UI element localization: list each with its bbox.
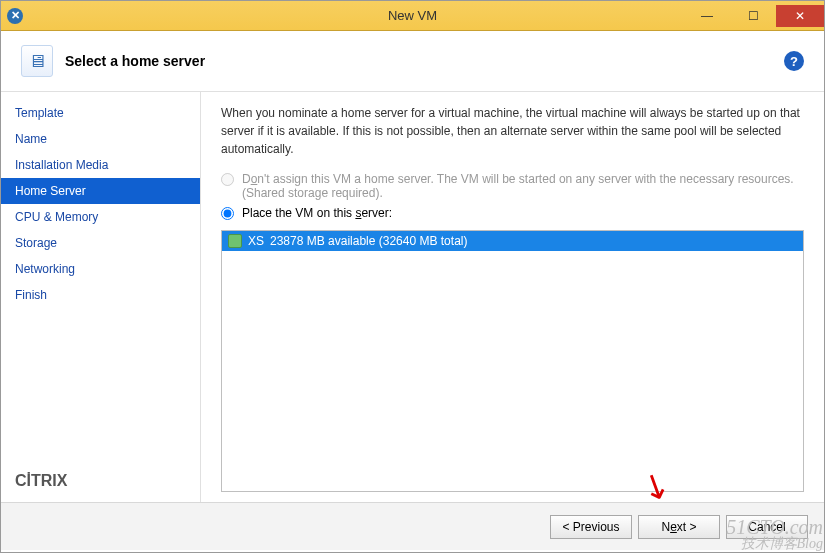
citrix-logo: CİTRIX <box>1 472 200 502</box>
minimize-button[interactable]: — <box>684 5 730 27</box>
option-no-home-server-label: Don't assign this VM a home server. The … <box>242 172 804 200</box>
step-installation-media[interactable]: Installation Media <box>1 152 200 178</box>
close-button[interactable]: ✕ <box>776 5 824 27</box>
cancel-button[interactable]: Cancel <box>726 515 808 539</box>
window-controls: — ☐ ✕ <box>684 5 824 27</box>
host-icon <box>228 234 242 248</box>
wizard-steps-sidebar: Template Name Installation Media Home Se… <box>1 92 201 502</box>
wizard-header: 🖥 Select a home server ? <box>1 31 824 92</box>
description-text: When you nominate a home server for a vi… <box>221 104 804 158</box>
server-listbox[interactable]: XS 23878 MB available (32640 MB total) <box>221 230 804 492</box>
option-place-on-server[interactable]: Place the VM on this server: <box>221 206 804 220</box>
step-finish[interactable]: Finish <box>1 282 200 308</box>
step-networking[interactable]: Networking <box>1 256 200 282</box>
system-menu-icon[interactable]: ✕ <box>7 8 23 24</box>
titlebar: ✕ New VM — ☐ ✕ <box>1 1 824 31</box>
server-detail: 23878 MB available (32640 MB total) <box>270 234 467 248</box>
step-storage[interactable]: Storage <box>1 230 200 256</box>
help-icon[interactable]: ? <box>784 51 804 71</box>
step-cpu-memory[interactable]: CPU & Memory <box>1 204 200 230</box>
page-title: Select a home server <box>65 53 205 69</box>
radio-no-home-server <box>221 173 234 186</box>
main-panel: When you nominate a home server for a vi… <box>201 92 824 502</box>
option-no-home-server: Don't assign this VM a home server. The … <box>221 172 804 200</box>
step-name[interactable]: Name <box>1 126 200 152</box>
wizard-footer: < Previous Next > Cancel <box>1 502 824 550</box>
option-place-on-server-label: Place the VM on this server: <box>242 206 804 220</box>
server-list-item[interactable]: XS 23878 MB available (32640 MB total) <box>222 231 803 251</box>
next-button[interactable]: Next > <box>638 515 720 539</box>
step-template[interactable]: Template <box>1 100 200 126</box>
wizard-body: Template Name Installation Media Home Se… <box>1 92 824 502</box>
step-home-server[interactable]: Home Server <box>1 178 200 204</box>
maximize-button[interactable]: ☐ <box>730 5 776 27</box>
server-icon: 🖥 <box>21 45 53 77</box>
radio-place-on-server[interactable] <box>221 207 234 220</box>
server-name: XS <box>248 234 264 248</box>
previous-button[interactable]: < Previous <box>550 515 632 539</box>
